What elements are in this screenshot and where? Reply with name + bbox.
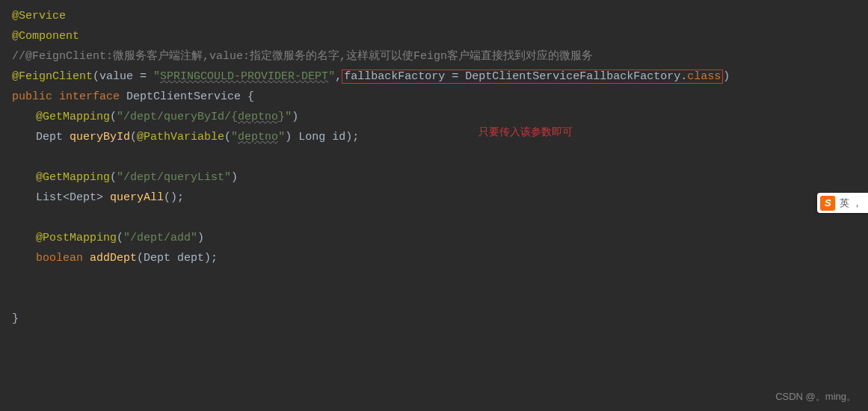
code-line-6: @GetMapping("/dept/queryById/{deptno}") — [12, 107, 856, 127]
method-queryAll: queryAll — [110, 191, 164, 204]
code-line-12: @PostMapping("/dept/add") — [12, 228, 856, 248]
blank-line — [12, 208, 856, 228]
path-add: "/dept/add" — [123, 232, 197, 244]
annotation-service: @Service — [12, 10, 66, 22]
paren-close: ) — [197, 232, 204, 244]
path-variable: deptno — [238, 111, 278, 123]
inner-paren-close: ) — [285, 131, 298, 143]
code-line-13: boolean addDept(Dept dept); — [12, 248, 856, 268]
string-quote: " — [231, 131, 238, 143]
code-line-4: @FeignClient(value = "SPRINGCOULD-PROVID… — [12, 67, 856, 87]
string-quote: " — [285, 111, 292, 123]
param-id: id — [332, 131, 345, 143]
inner-paren-open: ( — [224, 131, 231, 143]
code-line-9: @GetMapping("/dept/queryList") — [12, 167, 856, 188]
paren-open: ( — [130, 131, 137, 143]
comma: , — [335, 70, 342, 83]
dot: . — [680, 70, 687, 83]
string-quote: " — [328, 70, 335, 83]
method-queryById: queryById — [70, 131, 130, 143]
paren-close-semi: ); — [204, 252, 218, 265]
paren-open: ( — [117, 232, 123, 244]
code-line-3: //@FeignClient:微服务客户端注解,value:指定微服务的名字,这… — [12, 46, 856, 67]
highlighted-fallback-param: fallbackFactory = DeptClientServiceFallb… — [342, 69, 723, 84]
annotation-feignclient: @FeignClient — [12, 70, 93, 83]
paren-close-semi: ); — [345, 131, 359, 143]
paren-open: ( — [110, 171, 117, 184]
return-type-boolean: boolean — [36, 252, 90, 265]
paren-open: ( — [137, 252, 144, 265]
sogou-icon: S — [820, 196, 835, 211]
path-prefix: /dept/queryById/{ — [123, 111, 238, 123]
brace-close: } — [12, 312, 19, 325]
red-annotation-text: 只要传入该参数即可 — [478, 123, 573, 141]
ime-mode-text: 英 ， — [840, 194, 862, 211]
annotation-component: @Component — [12, 30, 79, 43]
brace-open: { — [247, 90, 254, 103]
code-line-1: @Service — [12, 6, 856, 26]
annotation-getmapping-2: @GetMapping — [36, 171, 110, 184]
paren-open: ( — [110, 111, 117, 123]
path-querylist: "/dept/queryList" — [117, 171, 231, 184]
code-line-2: @Component — [12, 26, 856, 46]
keyword-public: public — [12, 90, 59, 103]
blank-line — [12, 268, 856, 288]
blank-line — [12, 288, 856, 309]
annotation-pathvariable: @PathVariable — [137, 131, 224, 143]
paren-open: ( — [93, 70, 99, 83]
blank-line — [12, 147, 856, 167]
fallback-key: fallbackFactory = — [344, 70, 465, 83]
paren-close: ) — [723, 70, 730, 83]
param-type-dept: Dept — [144, 252, 177, 265]
parens-semi: (); — [164, 191, 184, 204]
annotation-postmapping: @PostMapping — [36, 232, 117, 244]
param-dept: dept — [177, 252, 204, 265]
return-type: Dept — [36, 131, 70, 143]
path-suffix: } — [278, 111, 285, 123]
comment-feignclient: //@FeignClient:微服务客户端注解,value:指定微服务的名字,这… — [12, 50, 593, 63]
pathvar-string: deptno — [238, 131, 278, 143]
annotation-getmapping: @GetMapping — [36, 111, 110, 123]
param-type-long: Long — [298, 131, 332, 143]
code-line-end: } — [12, 309, 856, 329]
code-editor[interactable]: @Service @Component //@FeignClient:微服务客户… — [12, 6, 856, 329]
value-key: value = — [99, 70, 153, 83]
ime-indicator[interactable]: S 英 ， — [817, 193, 868, 213]
class-keyword: class — [687, 70, 721, 83]
keyword-interface: interface — [59, 90, 126, 103]
string-quote: " — [117, 111, 123, 123]
csdn-watermark: CSDN @。ming。 — [775, 388, 856, 405]
code-line-5: public interface DeptClientService { — [12, 87, 856, 107]
code-line-7: Dept queryById(@PathVariable("deptno") L… — [12, 127, 856, 147]
string-quote: " — [278, 131, 285, 143]
paren-close: ) — [231, 171, 238, 184]
fallback-class: DeptClientServiceFallbackFactory — [465, 70, 680, 83]
interface-name: DeptClientService — [126, 90, 247, 103]
code-line-10: List<Dept> queryAll(); — [12, 188, 856, 208]
paren-close: ) — [292, 111, 298, 123]
return-type-list: List<Dept> — [36, 191, 110, 204]
value-string: SPRINGCOULD-PROVIDER-DEPT — [160, 70, 328, 83]
string-quote: " — [153, 70, 160, 83]
method-addDept: addDept — [90, 252, 137, 265]
